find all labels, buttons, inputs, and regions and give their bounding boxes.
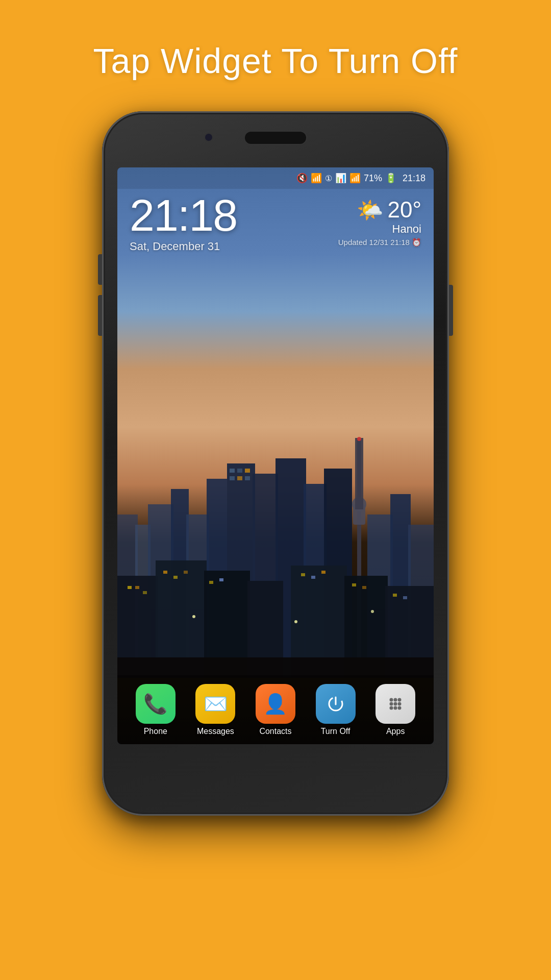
svg-point-56 — [390, 702, 393, 705]
phone-icon-glyph: 📞 — [143, 693, 167, 715]
svg-point-54 — [394, 698, 397, 701]
svg-rect-41 — [311, 576, 315, 579]
clock-weather-widget: 21:18 Sat, December 31 🌤️ 20° Hanoi Upda… — [130, 193, 421, 253]
messages-icon-glyph: ✉️ — [204, 693, 228, 715]
svg-point-58 — [398, 702, 402, 705]
network-1-icon: ① — [325, 174, 332, 183]
dock-item-phone[interactable]: 📞 Phone — [136, 684, 176, 736]
svg-rect-42 — [321, 571, 325, 574]
power-icon — [326, 694, 345, 714]
svg-point-57 — [394, 702, 397, 705]
svg-point-10 — [357, 437, 361, 441]
svg-rect-17 — [245, 476, 250, 480]
svg-rect-34 — [143, 591, 147, 594]
svg-rect-32 — [128, 586, 132, 589]
turnoff-app-label: Turn Off — [321, 727, 350, 736]
clock-display: 21:18 Sat, December 31 — [130, 193, 237, 253]
svg-rect-14 — [245, 469, 250, 473]
dock-item-messages[interactable]: ✉️ Messages — [195, 684, 235, 736]
date-display: Sat, December 31 — [130, 240, 237, 253]
svg-rect-35 — [163, 571, 167, 574]
speaker — [245, 132, 306, 144]
contacts-icon-glyph: 👤 — [263, 693, 287, 715]
city-skyline — [117, 412, 434, 678]
page-title: Tap Widget To Turn Off — [93, 41, 458, 81]
apps-app-icon[interactable] — [375, 684, 415, 724]
time-display: 21:18 — [130, 193, 237, 238]
phone-app-icon[interactable]: 📞 — [136, 684, 176, 724]
svg-point-61 — [398, 706, 402, 709]
phone-shell: 🔇 📶 ① 📊 📶 71% 🔋 21:18 21:18 Sat, Decembe… — [102, 111, 449, 816]
weather-top: 🌤️ 20° — [338, 197, 421, 223]
status-bar: 🔇 📶 ① 📊 📶 71% 🔋 21:18 — [117, 167, 434, 189]
volume-up-button — [98, 254, 102, 285]
svg-rect-16 — [237, 476, 242, 480]
phone-screen: 🔇 📶 ① 📊 📶 71% 🔋 21:18 21:18 Sat, Decembe… — [117, 167, 434, 744]
messages-app-label: Messages — [197, 727, 234, 736]
svg-point-59 — [390, 706, 393, 709]
apps-app-label: Apps — [386, 727, 405, 736]
svg-rect-46 — [403, 596, 407, 599]
svg-rect-37 — [184, 571, 188, 574]
battery-icon: 🔋 — [385, 173, 396, 184]
svg-point-48 — [192, 615, 195, 618]
svg-rect-33 — [135, 586, 139, 589]
power-button — [449, 285, 453, 336]
svg-rect-45 — [393, 594, 397, 597]
turnoff-app-icon[interactable] — [316, 684, 356, 724]
mute-icon: 🔇 — [296, 173, 308, 184]
svg-rect-36 — [173, 576, 178, 579]
messages-app-icon[interactable]: ✉️ — [195, 684, 235, 724]
svg-point-50 — [371, 610, 374, 613]
status-time: 21:18 — [403, 173, 425, 184]
phone-app-label: Phone — [144, 727, 167, 736]
svg-rect-12 — [230, 469, 235, 473]
svg-rect-43 — [352, 583, 356, 586]
volume-down-button — [98, 295, 102, 336]
dock-item-apps[interactable]: Apps — [375, 684, 415, 736]
signal-icon: 📊 — [335, 173, 346, 184]
app-dock: 📞 Phone ✉️ Messages 👤 Contacts — [117, 675, 434, 744]
svg-rect-39 — [219, 578, 223, 581]
weather-city: Hanoi — [338, 223, 421, 236]
wifi-icon: 📶 — [311, 173, 322, 184]
front-camera — [204, 133, 213, 142]
svg-rect-15 — [230, 476, 235, 480]
svg-point-53 — [390, 698, 393, 701]
contacts-app-icon[interactable]: 👤 — [256, 684, 295, 724]
contacts-app-label: Contacts — [259, 727, 291, 736]
dock-item-contacts[interactable]: 👤 Contacts — [256, 684, 295, 736]
signal2-icon: 📶 — [349, 173, 361, 184]
weather-icon: 🌤️ — [357, 198, 383, 223]
svg-rect-38 — [209, 581, 213, 584]
weather-updated: Updated 12/31 21:18 ⏰ — [338, 238, 421, 247]
phone-mockup: 🔇 📶 ① 📊 📶 71% 🔋 21:18 21:18 Sat, Decembe… — [102, 111, 449, 816]
apps-grid-icon — [385, 694, 406, 714]
svg-point-60 — [394, 706, 397, 709]
svg-rect-44 — [362, 586, 366, 589]
svg-rect-47 — [117, 657, 434, 678]
status-icons: 🔇 📶 ① 📊 📶 71% 🔋 21:18 — [296, 173, 425, 184]
svg-point-49 — [294, 620, 297, 623]
weather-temperature: 20° — [387, 197, 421, 223]
battery-percent: 71% — [364, 173, 382, 184]
dock-item-turnoff[interactable]: Turn Off — [316, 684, 356, 736]
weather-widget: 🌤️ 20° Hanoi Updated 12/31 21:18 ⏰ — [338, 193, 421, 247]
svg-rect-40 — [301, 573, 305, 576]
svg-point-55 — [398, 698, 402, 701]
svg-rect-13 — [237, 469, 242, 473]
svg-rect-9 — [355, 438, 363, 509]
